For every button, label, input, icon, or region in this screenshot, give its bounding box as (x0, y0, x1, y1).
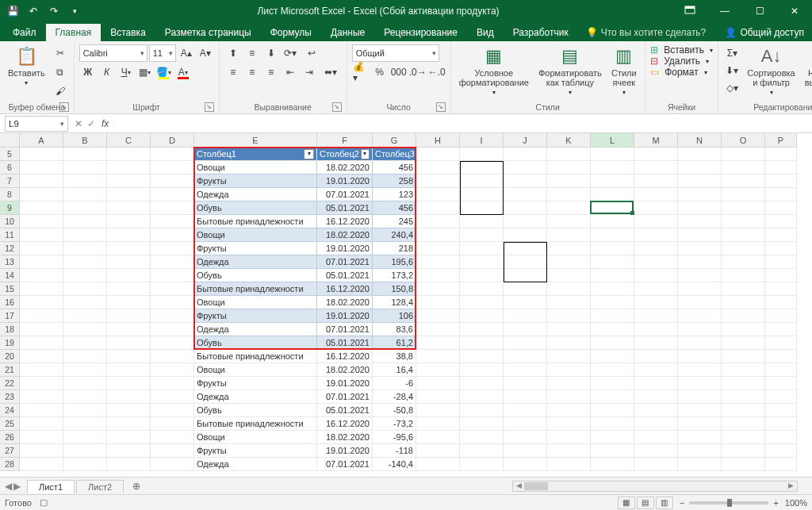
number-format-combo[interactable]: Общий (352, 44, 439, 62)
row-header-7[interactable]: 7 (0, 174, 20, 188)
cell[interactable] (504, 336, 547, 350)
cell[interactable] (63, 296, 107, 309)
cell[interactable] (591, 458, 634, 471)
cell[interactable] (416, 282, 460, 296)
cell[interactable] (416, 390, 460, 404)
cell[interactable] (547, 242, 591, 255)
row-header-24[interactable]: 24 (0, 404, 20, 417)
cell[interactable] (151, 201, 194, 215)
cell[interactable] (63, 269, 107, 282)
row-header-9[interactable]: 9 (0, 201, 20, 215)
cell[interactable]: 19.01.2020 (317, 444, 373, 458)
cell[interactable]: 456 (373, 161, 416, 174)
cell[interactable] (722, 309, 765, 323)
cell[interactable] (416, 201, 460, 215)
cell[interactable] (634, 336, 678, 350)
zoom-level[interactable]: 100% (785, 498, 807, 508)
cell[interactable] (63, 404, 107, 417)
cell[interactable] (547, 269, 591, 282)
cell[interactable] (151, 269, 194, 282)
cell[interactable] (20, 390, 63, 404)
cell[interactable] (20, 148, 63, 161)
cell[interactable] (107, 444, 151, 458)
cell[interactable]: 07.01.2021 (317, 323, 373, 336)
maximize-button[interactable]: ☐ (742, 0, 777, 22)
tab-view[interactable]: Вид (467, 24, 504, 41)
cell[interactable]: -95,6 (373, 431, 416, 444)
cell[interactable]: -28,4 (373, 390, 416, 404)
redo-button[interactable]: ↷ (44, 2, 63, 21)
cell[interactable] (765, 188, 797, 201)
cell[interactable] (634, 363, 678, 377)
format-painter-button[interactable]: 🖌 (52, 82, 69, 100)
cell[interactable] (678, 161, 722, 174)
cell[interactable] (678, 363, 722, 377)
cell[interactable]: 195,6 (373, 255, 416, 269)
cell[interactable] (107, 269, 151, 282)
cell[interactable] (722, 323, 765, 336)
cell[interactable]: 128,4 (373, 296, 416, 309)
row-header-13[interactable]: 13 (0, 255, 20, 269)
cut-button[interactable]: ✂ (52, 44, 69, 62)
column-header-B[interactable]: B (63, 133, 107, 147)
cell[interactable] (151, 148, 194, 161)
column-header-I[interactable]: I (460, 133, 504, 147)
cell[interactable] (722, 363, 765, 377)
cell[interactable] (63, 228, 107, 242)
cell[interactable] (591, 377, 634, 390)
tab-insert[interactable]: Вставка (101, 24, 155, 41)
cell[interactable] (678, 148, 722, 161)
cell[interactable] (634, 174, 678, 188)
cell[interactable]: -6 (373, 377, 416, 390)
font-size-combo[interactable]: 11 (149, 44, 176, 62)
cell[interactable]: Бытовые принадлежности (194, 282, 317, 296)
cell[interactable] (460, 404, 504, 417)
cell[interactable] (765, 296, 797, 309)
cell[interactable] (765, 215, 797, 228)
cell[interactable]: 19.01.2020 (317, 174, 373, 188)
cell[interactable] (63, 417, 107, 431)
cell[interactable] (151, 458, 194, 471)
cell[interactable] (107, 390, 151, 404)
cell[interactable] (547, 431, 591, 444)
cell[interactable] (678, 350, 722, 363)
cell[interactable] (107, 201, 151, 215)
cell[interactable] (634, 390, 678, 404)
select-all-corner[interactable] (0, 133, 20, 148)
cell[interactable] (678, 174, 722, 188)
cell[interactable] (416, 309, 460, 323)
tab-review[interactable]: Рецензирование (374, 24, 467, 41)
row-header-16[interactable]: 16 (0, 296, 20, 309)
cell[interactable] (634, 431, 678, 444)
cell[interactable] (765, 309, 797, 323)
cell[interactable] (678, 377, 722, 390)
increase-font-button[interactable]: A▴ (178, 44, 195, 62)
cell[interactable] (634, 296, 678, 309)
cell[interactable] (151, 417, 194, 431)
clear-button[interactable]: ◇▾ (723, 79, 741, 97)
cell[interactable]: 05.01.2021 (317, 336, 373, 350)
cell[interactable] (634, 255, 678, 269)
cell[interactable] (634, 282, 678, 296)
cell[interactable] (591, 188, 634, 201)
cell[interactable] (460, 228, 504, 242)
tab-home[interactable]: Главная (46, 24, 102, 41)
cell[interactable] (20, 444, 63, 458)
cell[interactable] (765, 431, 797, 444)
cell[interactable] (547, 336, 591, 350)
cell[interactable] (20, 255, 63, 269)
cell[interactable] (63, 309, 107, 323)
cell[interactable] (634, 350, 678, 363)
cell[interactable] (504, 390, 547, 404)
cell[interactable] (151, 188, 194, 201)
cell[interactable] (107, 174, 151, 188)
cell[interactable] (634, 309, 678, 323)
cell[interactable] (20, 323, 63, 336)
cell[interactable] (63, 363, 107, 377)
cell[interactable]: 106 (373, 309, 416, 323)
row-header-26[interactable]: 26 (0, 431, 20, 444)
cell[interactable] (678, 188, 722, 201)
cell[interactable] (678, 201, 722, 215)
cell[interactable] (107, 377, 151, 390)
cell[interactable] (547, 309, 591, 323)
